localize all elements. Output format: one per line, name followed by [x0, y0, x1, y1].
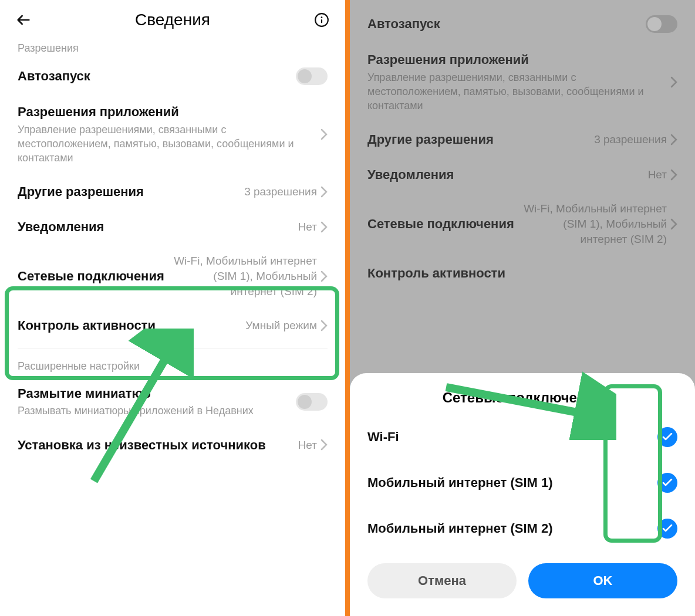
row-title: Уведомления	[367, 167, 648, 183]
svg-point-1	[321, 16, 323, 18]
autostart-toggle[interactable]	[296, 67, 328, 85]
settings-screen-right: Автозапуск Разрешения приложений Управле…	[350, 0, 695, 616]
row-blur-thumbnails[interactable]: Размытие миниатюр Размывать миниатюры пр…	[0, 376, 345, 428]
chevron-right-icon	[320, 439, 328, 451]
row-title: Размытие миниатюр	[18, 385, 296, 402]
row-value: Нет	[648, 167, 667, 182]
checkbox-sim1[interactable]	[657, 473, 677, 493]
row-subtitle: Управление разрешениями, связанными с ме…	[18, 123, 320, 165]
row-title: Автозапуск	[367, 16, 646, 32]
checkbox-sim2[interactable]	[657, 519, 677, 539]
row-unknown-sources[interactable]: Установка из неизвестных источников Нет	[0, 428, 345, 463]
cancel-button[interactable]: Отмена	[367, 563, 517, 598]
sheet-title: Сетевые подключения	[367, 390, 677, 406]
check-icon	[662, 433, 673, 441]
sheet-buttons: Отмена OK	[367, 563, 677, 598]
row-value: Wi-Fi, Мобильный интернет (SIM 1), Мобил…	[164, 253, 317, 299]
chevron-right-icon	[320, 270, 328, 282]
option-label: Wi-Fi	[367, 429, 399, 445]
chevron-right-icon	[670, 76, 677, 88]
row-app-permissions-bg: Разрешения приложений Управление разреше…	[367, 42, 677, 122]
row-subtitle: Управление разрешениями, связанными с ме…	[367, 70, 670, 113]
checkbox-wifi[interactable]	[657, 427, 677, 447]
chevron-right-icon	[320, 320, 328, 331]
row-title: Контроль активности	[18, 317, 245, 334]
row-activity-control-bg: Контроль активности	[367, 256, 677, 291]
page-title: Сведения	[33, 11, 312, 29]
ok-button[interactable]: OK	[528, 563, 677, 598]
info-icon	[314, 12, 329, 28]
row-title: Сетевые подключения	[18, 268, 164, 285]
row-title: Контроль активности	[367, 265, 677, 282]
chevron-right-icon	[670, 169, 677, 181]
row-notifications[interactable]: Уведомления Нет	[0, 209, 345, 245]
option-wifi[interactable]: Wi-Fi	[367, 414, 677, 460]
row-title: Автозапуск	[18, 68, 296, 84]
check-icon	[662, 479, 673, 487]
section-label-advanced: Расширенные настройки	[0, 353, 345, 376]
autostart-toggle-bg	[646, 15, 677, 33]
row-value: Умный режим	[245, 318, 317, 333]
panel-separator	[345, 0, 350, 616]
row-title: Сетевые подключения	[367, 216, 520, 232]
row-other-permissions[interactable]: Другие разрешения 3 разрешения	[0, 174, 345, 209]
row-value: Нет	[298, 438, 317, 453]
svg-rect-2	[321, 19, 322, 23]
dimmed-background: Автозапуск Разрешения приложений Управле…	[350, 0, 695, 291]
network-sheet: Сетевые подключения Wi-Fi Мобильный инте…	[350, 373, 695, 616]
chevron-right-icon	[320, 221, 328, 233]
row-network-connections-bg: Сетевые подключения Wi-Fi, Мобильный инт…	[367, 192, 677, 256]
divider	[18, 348, 328, 348]
row-autostart-bg: Автозапуск	[367, 6, 677, 42]
row-autostart[interactable]: Автозапуск	[0, 58, 345, 94]
row-value: Нет	[298, 219, 317, 235]
row-title: Другие разрешения	[18, 184, 244, 200]
row-title: Установка из неизвестных источников	[18, 437, 298, 453]
row-app-permissions[interactable]: Разрешения приложений Управление разреше…	[0, 94, 345, 174]
blur-toggle[interactable]	[296, 393, 328, 411]
chevron-right-icon	[320, 128, 328, 140]
chevron-right-icon	[670, 134, 677, 145]
header: Сведения	[0, 0, 345, 35]
chevron-right-icon	[320, 186, 328, 198]
option-label: Мобильный интернет (SIM 2)	[367, 521, 553, 536]
option-label: Мобильный интернет (SIM 1)	[367, 475, 553, 490]
check-icon	[662, 524, 673, 533]
settings-screen-left: Сведения Разрешения Автозапуск Разрешени…	[0, 0, 345, 616]
row-title: Другие разрешения	[367, 131, 594, 148]
row-value: Wi-Fi, Мобильный интернет (SIM 1), Мобил…	[520, 201, 667, 246]
row-network-connections[interactable]: Сетевые подключения Wi-Fi, Мобильный инт…	[0, 244, 345, 308]
info-button[interactable]	[312, 11, 331, 29]
arrow-left-icon	[15, 12, 32, 28]
row-title: Уведомления	[18, 219, 298, 235]
option-sim2[interactable]: Мобильный интернет (SIM 2)	[367, 506, 677, 551]
row-notifications-bg: Уведомления Нет	[367, 157, 677, 192]
row-value: 3 разрешения	[244, 184, 317, 199]
row-other-permissions-bg: Другие разрешения 3 разрешения	[367, 122, 677, 157]
row-title: Разрешения приложений	[18, 104, 320, 120]
chevron-right-icon	[670, 218, 677, 230]
section-label-permissions: Разрешения	[0, 35, 345, 58]
row-title: Разрешения приложений	[367, 52, 670, 68]
row-value: 3 разрешения	[594, 132, 667, 147]
row-subtitle: Размывать миниатюры приложений в Недавни…	[18, 404, 296, 418]
row-activity-control[interactable]: Контроль активности Умный режим	[0, 308, 345, 343]
option-sim1[interactable]: Мобильный интернет (SIM 1)	[367, 460, 677, 506]
back-button[interactable]	[14, 11, 33, 29]
